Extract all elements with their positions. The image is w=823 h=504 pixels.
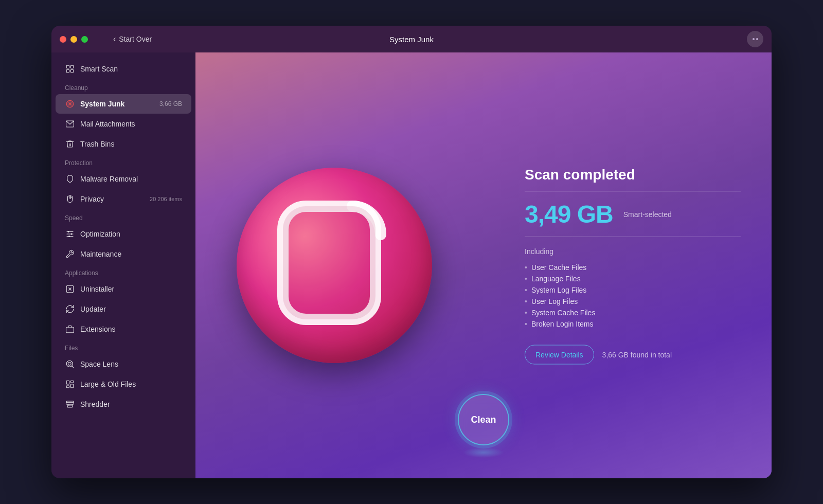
svg-point-9 (68, 231, 69, 232)
large-old-files-label: Large & Old Files (80, 380, 182, 388)
shredder-icon (65, 399, 75, 409)
mail-attachments-label: Mail Attachments (80, 120, 182, 128)
back-arrow-icon: ‹ (113, 34, 116, 44)
divider-1 (525, 191, 741, 192)
sidebar-item-mail-attachments[interactable]: Mail Attachments (56, 114, 191, 134)
list-item: System Cache Files (525, 307, 741, 318)
title-bar: ‹ Start Over System Junk (51, 26, 772, 52)
files-section-label: Files (51, 339, 195, 354)
window-title: System Junk (389, 35, 434, 44)
smart-scan-label: Smart Scan (80, 65, 182, 73)
app-icon-container (237, 168, 432, 363)
sidebar-item-maintenance[interactable]: Maintenance (56, 244, 191, 264)
shredder-label: Shredder (80, 400, 182, 408)
protection-section-label: Protection (51, 154, 195, 169)
svg-point-18 (68, 362, 71, 365)
svg-rect-19 (66, 381, 69, 384)
sidebar-item-extensions[interactable]: Extensions (56, 319, 191, 339)
traffic-lights (60, 36, 88, 43)
close-button[interactable] (60, 36, 66, 43)
right-panel: Scan completed 3,49 GB Smart-selected In… (195, 52, 772, 478)
divider-2 (525, 237, 741, 237)
space-lens-label: Space Lens (80, 360, 182, 368)
svg-rect-27 (66, 401, 74, 403)
applications-section-label: Applications (51, 264, 195, 279)
clean-button-shadow (463, 447, 504, 458)
svg-rect-20 (71, 381, 74, 383)
info-panel: Scan completed 3,49 GB Smart-selected In… (525, 167, 741, 365)
sidebar-item-shredder[interactable]: Shredder (56, 394, 191, 414)
sidebar-item-space-lens[interactable]: Space Lens (56, 354, 191, 374)
svg-rect-2 (66, 70, 69, 73)
uninstaller-label: Uninstaller (80, 285, 182, 293)
more-options-button[interactable] (747, 31, 763, 47)
scan-completed-title: Scan completed (525, 167, 741, 183)
sidebar-item-large-old-files[interactable]: Large & Old Files (56, 374, 191, 394)
start-over-nav[interactable]: ‹ Start Over (113, 34, 152, 44)
svg-rect-0 (66, 65, 69, 68)
review-details-button[interactable]: Review Details (525, 345, 594, 365)
maintenance-label: Maintenance (80, 250, 182, 258)
system-junk-label: System Junk (80, 100, 154, 108)
trash-icon (65, 139, 75, 149)
wrench-icon (65, 249, 75, 259)
svg-rect-21 (71, 384, 74, 388)
extensions-icon (65, 324, 75, 334)
system-junk-badge: 3,66 GB (159, 100, 182, 107)
sidebar-item-uninstaller[interactable]: Uninstaller (56, 279, 191, 299)
sidebar-item-trash-bins[interactable]: Trash Bins (56, 134, 191, 154)
svg-point-10 (71, 233, 73, 235)
items-list: User Cache Files Language Files System L… (525, 262, 741, 330)
sidebar: Smart Scan Cleanup System Junk 3,66 GB (51, 52, 195, 478)
sidebar-item-optimization[interactable]: Optimization (56, 224, 191, 244)
svg-line-17 (71, 366, 73, 367)
clean-button[interactable]: Clean (458, 394, 509, 445)
svg-rect-15 (66, 327, 74, 333)
shield-icon (65, 174, 75, 184)
including-label: Including (525, 247, 741, 256)
optimization-label: Optimization (80, 230, 182, 238)
privacy-label: Privacy (80, 195, 145, 203)
svg-rect-3 (71, 70, 74, 73)
sidebar-item-malware-removal[interactable]: Malware Removal (56, 169, 191, 189)
svg-rect-1 (71, 65, 74, 68)
clean-button-area: Clean (458, 394, 509, 458)
updater-label: Updater (80, 305, 182, 313)
total-found-label: 3,66 GB found in total (602, 351, 672, 359)
uninstall-icon (65, 284, 75, 294)
sidebar-item-updater[interactable]: Updater (56, 299, 191, 319)
size-value: 3,49 GB (525, 200, 613, 228)
list-item: Language Files (525, 273, 741, 284)
action-row: Review Details 3,66 GB found in total (525, 345, 741, 365)
privacy-count: 20 206 items (150, 196, 182, 202)
svg-rect-22 (66, 386, 69, 388)
list-item: System Log Files (525, 284, 741, 296)
svg-rect-29 (283, 206, 375, 319)
three-dots-icon (753, 38, 758, 40)
app-window: ‹ Start Over System Junk (51, 26, 772, 478)
size-row: 3,49 GB Smart-selected (525, 200, 741, 228)
app-icon-sphere (237, 168, 432, 363)
sidebar-item-system-junk[interactable]: System Junk 3,66 GB (56, 94, 191, 114)
extensions-label: Extensions (80, 325, 182, 333)
list-item: User Log Files (525, 296, 741, 307)
updater-icon (65, 304, 75, 314)
sliders-icon (65, 229, 75, 239)
sidebar-item-smart-scan[interactable]: Smart Scan (56, 59, 191, 79)
sidebar-item-privacy[interactable]: Privacy 20 206 items (56, 189, 191, 209)
mail-icon (65, 119, 75, 129)
smart-selected-label: Smart-selected (623, 210, 672, 218)
trash-bins-label: Trash Bins (80, 140, 182, 148)
junk-icon (65, 99, 75, 109)
speed-section-label: Speed (51, 209, 195, 224)
files-icon (65, 379, 75, 389)
hand-icon (65, 194, 75, 204)
start-over-label[interactable]: Start Over (119, 35, 152, 43)
grid-icon (65, 64, 75, 74)
list-item: User Cache Files (525, 262, 741, 273)
malware-removal-label: Malware Removal (80, 175, 182, 183)
maximize-button[interactable] (81, 36, 88, 43)
lens-icon (65, 359, 75, 369)
minimize-button[interactable] (70, 36, 77, 43)
main-content: Smart Scan Cleanup System Junk 3,66 GB (51, 52, 772, 478)
